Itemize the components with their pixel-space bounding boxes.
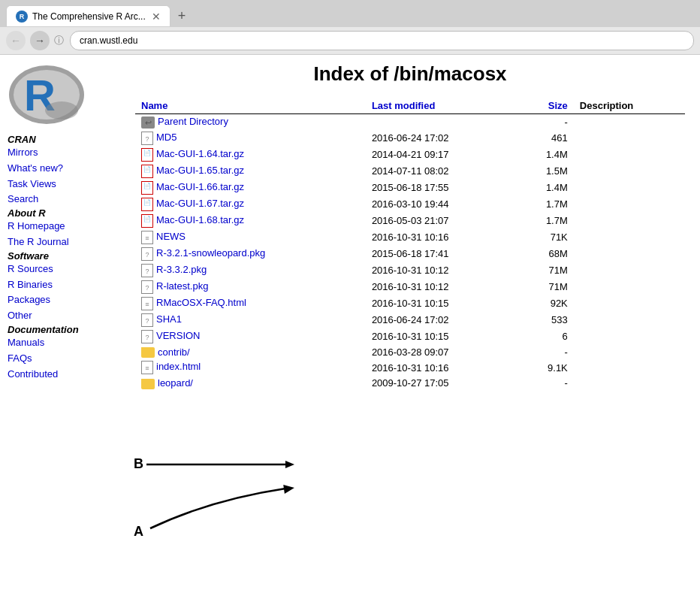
sidebar-about-label: About R	[8, 207, 46, 219]
file-link[interactable]: RMacOSX-FAQ.html	[156, 297, 246, 308]
file-link[interactable]: Mac-GUI-1.65.tar.gz	[156, 165, 244, 176]
file-name-cell: leopard/	[135, 376, 366, 391]
file-size: 6	[517, 328, 574, 345]
file-desc	[574, 359, 685, 376]
col-name-sort-link[interactable]: Name	[141, 100, 167, 111]
file-desc	[574, 279, 685, 295]
sidebar-item-rbinaries[interactable]: R Binaries	[8, 277, 113, 293]
tab-title: The Comprehensive R Arc...	[32, 11, 146, 22]
file-link[interactable]: index.html	[156, 362, 201, 373]
file-desc	[574, 229, 685, 246]
sidebar-item-manuals[interactable]: Manuals	[8, 335, 113, 351]
file-link[interactable]: contrib/	[158, 346, 190, 358]
tab-favicon: R	[16, 11, 28, 23]
back-button[interactable]: ←	[6, 31, 26, 50]
file-modified: 2016-10-31 10:15	[366, 328, 517, 345]
file-desc	[574, 328, 685, 345]
file-desc	[574, 312, 685, 328]
file-modified: 2016-10-31 10:15	[366, 295, 517, 312]
pkg-icon: 📄	[141, 165, 153, 178]
file-desc	[574, 376, 685, 391]
file-name-cell: ?R-3.3.2.pkg	[135, 262, 366, 279]
unknown-icon: ?	[141, 330, 153, 343]
file-link[interactable]: leopard/	[158, 377, 193, 389]
file-modified: 2014-04-21 09:17	[366, 147, 517, 163]
file-name-cell: 📄Mac-GUI-1.65.tar.gz	[135, 163, 366, 180]
unknown-icon: ?	[141, 132, 153, 145]
file-table: Name Last modified Size Description ↩Par…	[135, 98, 685, 391]
file-size: 68M	[517, 246, 574, 262]
file-link[interactable]: R-latest.pkg	[156, 280, 208, 292]
file-link[interactable]: Mac-GUI-1.66.tar.gz	[156, 181, 244, 192]
file-desc	[574, 114, 685, 130]
address-input[interactable]	[70, 31, 694, 50]
table-row: ?SHA12016-06-24 17:02533	[135, 312, 685, 328]
sidebar-item-rsources[interactable]: R Sources	[8, 262, 113, 277]
folder-icon	[141, 347, 155, 358]
parent-dir-link[interactable]: Parent Directory	[158, 116, 228, 127]
sidebar-item-rjournal[interactable]: The R Journal	[8, 234, 113, 250]
active-tab[interactable]: R The Comprehensive R Arc... ✕	[6, 5, 170, 26]
file-link[interactable]: MD5	[156, 132, 177, 143]
table-row: ?R-3.2.1-snowleopard.pkg2015-06-18 17:41…	[135, 246, 685, 262]
table-row: 📄Mac-GUI-1.66.tar.gz2015-06-18 17:551.4M	[135, 180, 685, 196]
file-link[interactable]: SHA1	[156, 313, 182, 325]
col-modified-sort-link[interactable]: Last modified	[372, 100, 436, 111]
file-size: 533	[517, 312, 574, 328]
file-name-cell: ≡RMacOSX-FAQ.html	[135, 295, 366, 312]
sidebar-item-packages[interactable]: Packages	[8, 292, 113, 308]
sidebar-item-other[interactable]: Other	[8, 308, 113, 324]
col-name-header[interactable]: Name	[135, 98, 366, 114]
file-size: 1.7M	[517, 196, 574, 213]
sidebar-item-mirrors[interactable]: Mirrors	[8, 145, 113, 161]
col-size-header[interactable]: Size	[517, 98, 574, 114]
sidebar-item-faqs[interactable]: FAQs	[8, 351, 113, 367]
file-modified: 2016-10-31 10:16	[366, 359, 517, 376]
file-modified: 2014-07-11 08:02	[366, 163, 517, 180]
sidebar-item-taskviews[interactable]: Task Views	[8, 177, 113, 192]
col-size-sort-link[interactable]: Size	[548, 100, 568, 111]
file-size: -	[517, 376, 574, 391]
file-link[interactable]: NEWS	[156, 231, 186, 242]
col-desc-header: Description	[574, 98, 685, 114]
r-logo: R	[8, 64, 90, 128]
browser-chrome: R The Comprehensive R Arc... ✕ + ← → ⓘ	[0, 0, 700, 55]
file-name-cell: 📄Mac-GUI-1.67.tar.gz	[135, 196, 366, 213]
sidebar: R CRAN Mirrors What's new? Task Views Se…	[0, 55, 120, 599]
file-link[interactable]: R-3.2.1-snowleopard.pkg	[156, 247, 265, 259]
file-desc	[574, 345, 685, 360]
file-name-cell: ?VERSION	[135, 328, 366, 345]
table-row: ?R-3.3.2.pkg2016-10-31 10:1271M	[135, 262, 685, 279]
tab-close-button[interactable]: ✕	[152, 11, 161, 23]
sidebar-item-rhomepage[interactable]: R Homepage	[8, 219, 113, 234]
sidebar-item-search[interactable]: Search	[8, 192, 113, 207]
table-row: 📄Mac-GUI-1.67.tar.gz2016-03-10 19:441.7M	[135, 196, 685, 213]
table-row: ≡RMacOSX-FAQ.html2016-10-31 10:1592K	[135, 295, 685, 312]
file-link[interactable]: Mac-GUI-1.68.tar.gz	[156, 214, 244, 225]
forward-button[interactable]: →	[30, 31, 50, 50]
file-link[interactable]: R-3.3.2.pkg	[156, 264, 207, 275]
file-desc	[574, 130, 685, 147]
new-tab-button[interactable]: +	[175, 8, 189, 24]
table-row: ?MD52016-06-24 17:02461	[135, 130, 685, 147]
file-desc	[574, 163, 685, 180]
file-modified: 2016-03-10 19:44	[366, 196, 517, 213]
text-icon: ≡	[141, 231, 153, 244]
info-icon: ⓘ	[54, 34, 64, 47]
text-icon: ≡	[141, 361, 153, 374]
unknown-icon: ?	[141, 264, 153, 277]
file-link[interactable]: VERSION	[156, 330, 201, 341]
sidebar-item-whatsnew[interactable]: What's new?	[8, 161, 113, 177]
file-link[interactable]: Mac-GUI-1.64.tar.gz	[156, 148, 244, 159]
file-name-cell: ?SHA1	[135, 312, 366, 328]
file-modified: 2016-10-31 10:16	[366, 229, 517, 246]
file-modified: 2016-10-31 10:12	[366, 279, 517, 295]
file-desc	[574, 180, 685, 196]
pkg-icon: 📄	[141, 181, 153, 195]
parent-dir-icon: ↩	[141, 116, 155, 129]
col-modified-header[interactable]: Last modified	[366, 98, 517, 114]
page-title: Index of /bin/macosx	[135, 62, 685, 86]
file-link[interactable]: Mac-GUI-1.67.tar.gz	[156, 198, 244, 209]
sidebar-item-contributed[interactable]: Contributed	[8, 367, 113, 383]
file-size: 1.7M	[517, 213, 574, 229]
